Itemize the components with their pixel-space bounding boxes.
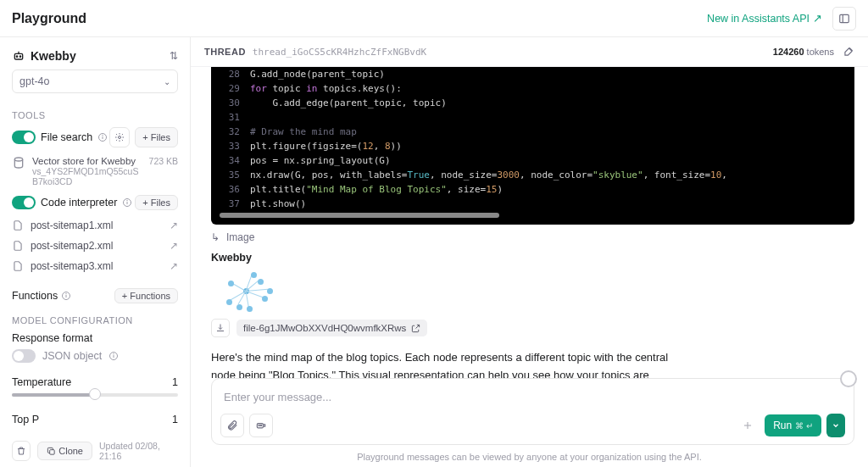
svg-point-3 bbox=[16, 56, 17, 57]
delete-button[interactable] bbox=[12, 441, 31, 461]
external-link-icon bbox=[411, 324, 420, 333]
model-name: gpt-4o bbox=[19, 75, 49, 87]
top-p-label: Top P bbox=[12, 414, 39, 425]
response-format-label: Response format bbox=[12, 332, 178, 344]
add-functions-button[interactable]: + Functions bbox=[114, 288, 178, 303]
gear-icon bbox=[114, 132, 125, 142]
attach-button[interactable] bbox=[220, 414, 244, 437]
svg-point-4 bbox=[19, 56, 20, 57]
vector-store-title: Vector store for Kwebby bbox=[32, 156, 142, 166]
svg-rect-20 bbox=[50, 449, 54, 454]
temperature-label: Temperature bbox=[12, 376, 71, 388]
file-name: post-sitemap3.xml bbox=[31, 260, 113, 272]
file-icon bbox=[12, 220, 24, 231]
add-button[interactable] bbox=[736, 414, 760, 437]
subdirectory-arrow-icon: ↳ bbox=[211, 231, 220, 243]
file-item[interactable]: post-sitemap2.xml ↗ bbox=[12, 236, 178, 256]
external-link-icon: ↗ bbox=[170, 220, 178, 231]
mindmap-image bbox=[211, 267, 279, 314]
generated-file-id: file-6g1JMwObXXVdHQ0wvmfkXRws bbox=[243, 323, 406, 333]
vector-store-item[interactable]: Vector store for Kwebby vs_4YS2FMQD1mQ55… bbox=[12, 156, 178, 186]
file-item[interactable]: post-sitemap3.xml ↗ bbox=[12, 256, 178, 276]
clear-thread-button[interactable] bbox=[843, 46, 854, 58]
model-select[interactable]: gpt-4o ⌄ bbox=[12, 69, 178, 93]
json-object-label: JSON object bbox=[42, 350, 102, 362]
database-icon bbox=[12, 156, 25, 170]
file-search-toggle[interactable] bbox=[12, 131, 36, 144]
robot-icon bbox=[12, 49, 25, 63]
json-object-toggle[interactable] bbox=[12, 349, 36, 363]
message-composer: Run ⌘ ↵ bbox=[211, 378, 854, 445]
assistant-message-name: Kwebby bbox=[211, 252, 854, 264]
info-icon bbox=[97, 132, 108, 142]
message-input[interactable] bbox=[220, 386, 845, 409]
temperature-value: 1 bbox=[172, 376, 178, 388]
page-title: Playground bbox=[12, 11, 86, 26]
chevron-down-icon: ⌄ bbox=[164, 77, 170, 86]
file-search-label: File search bbox=[41, 131, 92, 143]
generated-file-chip[interactable]: file-6g1JMwObXXVdHQ0wvmfkXRws bbox=[236, 320, 427, 336]
svg-point-19 bbox=[114, 354, 114, 355]
svg-point-8 bbox=[103, 136, 103, 136]
file-name: post-sitemap2.xml bbox=[31, 240, 113, 252]
file-icon bbox=[12, 240, 24, 252]
run-options-button[interactable] bbox=[826, 414, 845, 437]
code-interpreter-toggle[interactable] bbox=[12, 196, 36, 209]
thread-id: thread_iGoCS5cKR4HzhcZfFxNGBvdK bbox=[253, 47, 426, 58]
model-config-header: MODEL CONFIGURATION bbox=[12, 315, 178, 325]
svg-rect-21 bbox=[257, 424, 263, 428]
file-search-settings-button[interactable] bbox=[109, 127, 130, 147]
output-image-toggle[interactable]: ↳ Image bbox=[211, 231, 854, 243]
new-in-api-link[interactable]: New in Assistants API ↗ bbox=[707, 12, 822, 25]
svg-point-13 bbox=[127, 201, 128, 202]
file-item[interactable]: post-sitemap1.xml ↗ bbox=[12, 215, 178, 236]
file-icon bbox=[12, 260, 24, 272]
info-icon bbox=[108, 351, 119, 361]
updown-icon: ⇅ bbox=[170, 50, 178, 62]
clone-button[interactable]: Clone bbox=[37, 442, 92, 460]
info-icon bbox=[122, 197, 132, 208]
trash-icon bbox=[16, 446, 26, 456]
code-scrollbar[interactable] bbox=[220, 213, 499, 218]
copy-icon bbox=[47, 447, 56, 456]
functions-label: Functions bbox=[12, 290, 58, 302]
info-icon bbox=[61, 291, 71, 301]
temperature-slider[interactable] bbox=[12, 393, 178, 397]
updated-timestamp: Updated 02/08, 21:16 bbox=[99, 441, 178, 461]
top-p-value: 1 bbox=[172, 414, 178, 425]
tool-icon bbox=[255, 420, 267, 431]
assistant-selector[interactable]: Kwebby ⇅ bbox=[12, 46, 178, 69]
file-search-add-files-button[interactable]: + Files bbox=[135, 127, 178, 147]
tools-button[interactable] bbox=[249, 414, 273, 437]
clone-label: Clone bbox=[58, 446, 83, 456]
code-output: 28G.add_node(parent_topic)29for topic in… bbox=[211, 67, 854, 225]
external-link-icon: ↗ bbox=[170, 240, 178, 252]
run-button[interactable]: Run ⌘ ↵ bbox=[765, 414, 821, 436]
code-interpreter-add-files-button[interactable]: + Files bbox=[135, 195, 178, 210]
svg-point-9 bbox=[119, 136, 121, 139]
download-icon bbox=[215, 323, 225, 333]
svg-point-22 bbox=[259, 425, 259, 425]
broom-icon bbox=[843, 46, 854, 58]
plus-icon bbox=[742, 420, 754, 431]
svg-point-23 bbox=[260, 425, 261, 425]
chevron-down-icon bbox=[832, 421, 840, 430]
file-name: post-sitemap1.xml bbox=[31, 220, 113, 231]
code-interpreter-label: Code interpreter bbox=[41, 197, 117, 208]
assistant-reply: Here's the mind map of the blog topics. … bbox=[211, 349, 686, 378]
panel-icon bbox=[838, 13, 850, 25]
output-image-label: Image bbox=[226, 231, 254, 243]
tools-header: TOOLS bbox=[12, 110, 178, 120]
layout-toggle-button[interactable] bbox=[832, 7, 856, 31]
external-link-icon: ↗ bbox=[170, 260, 178, 272]
feedback-badge[interactable] bbox=[840, 370, 857, 387]
run-shortcut: ⌘ ↵ bbox=[795, 421, 813, 431]
svg-point-10 bbox=[14, 158, 22, 161]
vector-store-size: 723 KB bbox=[149, 156, 178, 186]
sidebar: Kwebby ⇅ gpt-4o ⌄ TOOLS File search + Fi… bbox=[0, 37, 191, 467]
token-count: 124260 tokens bbox=[773, 47, 834, 57]
run-label: Run bbox=[773, 420, 792, 431]
download-file-button[interactable] bbox=[211, 319, 230, 337]
thread-label: THREAD bbox=[204, 47, 246, 57]
svg-point-16 bbox=[66, 294, 67, 295]
